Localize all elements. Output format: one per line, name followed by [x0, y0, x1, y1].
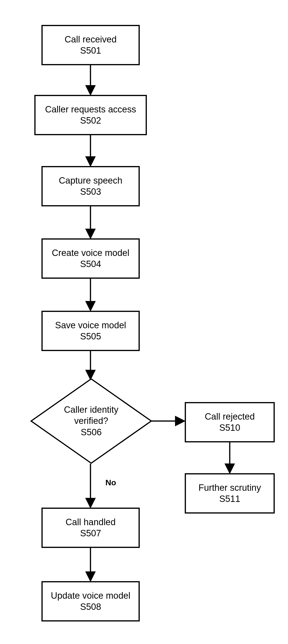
- node-s510-line1: Call rejected: [205, 411, 255, 422]
- node-s506-line1: Caller identity: [64, 404, 119, 416]
- node-s502-line1: Caller requests access: [45, 104, 136, 115]
- node-s502-line2: S502: [80, 115, 101, 126]
- node-s507: Call handled S507: [41, 508, 140, 548]
- node-s504: Create voice model S504: [41, 238, 140, 279]
- node-s507-line1: Call handled: [66, 516, 116, 528]
- node-s501-line1: Call received: [65, 34, 117, 45]
- node-s505-line2: S505: [80, 331, 101, 342]
- node-s503-line2: S503: [80, 186, 101, 198]
- node-s508-line2: S508: [80, 601, 101, 613]
- node-s505-line1: Save voice model: [55, 320, 126, 331]
- node-s504-line2: S504: [80, 258, 101, 270]
- node-s501-line2: S501: [80, 45, 101, 56]
- node-s506-line2: verified?: [74, 415, 108, 427]
- node-s502: Caller requests access S502: [34, 95, 147, 135]
- node-s504-line1: Create voice model: [52, 248, 129, 259]
- node-s508-line1: Update voice model: [51, 590, 131, 602]
- node-s508: Update voice model S508: [41, 581, 140, 622]
- node-s510: Call rejected S510: [185, 402, 275, 442]
- node-s506-line3: S506: [81, 427, 102, 438]
- node-s511: Further scrutiny S511: [185, 473, 275, 514]
- edge-label-yes: No: [105, 478, 116, 487]
- node-s503-line1: Capture speech: [59, 175, 122, 186]
- node-s506-label: Caller identity verified? S506: [31, 377, 151, 465]
- node-s501: Call received S501: [41, 25, 140, 65]
- node-s510-line2: S510: [219, 422, 240, 434]
- node-s503: Capture speech S503: [41, 166, 140, 206]
- node-s511-line2: S511: [219, 494, 240, 505]
- node-s506: Caller identity verified? S506: [31, 377, 151, 465]
- node-s505: Save voice model S505: [41, 311, 140, 351]
- node-s507-line2: S507: [80, 528, 101, 539]
- node-s511-line1: Further scrutiny: [198, 482, 261, 494]
